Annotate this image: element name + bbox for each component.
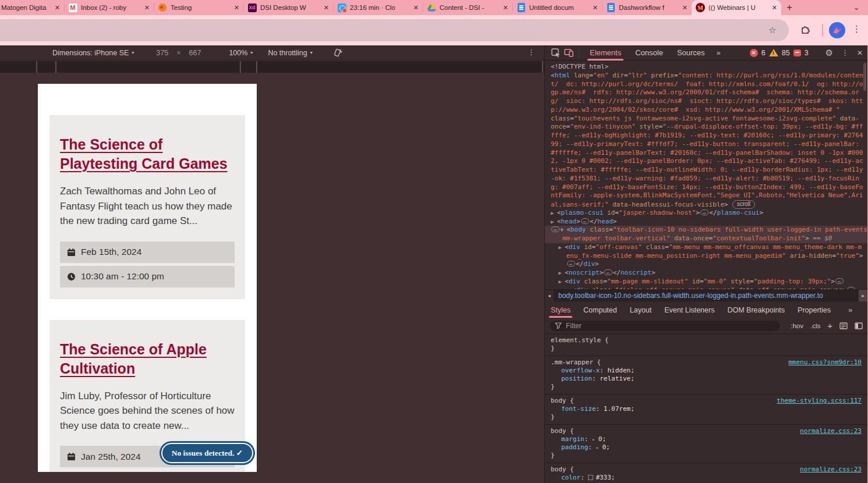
crumbs-scroll-left[interactable]: ◂ — [545, 290, 554, 301]
dom-node[interactable]: class="touchevents js fontawesome-i2svg-… — [551, 115, 867, 123]
filter-input[interactable]: Filter — [550, 321, 780, 331]
dom-node[interactable]: 2, -1px 0 #0002; --ed11y-panelBorder: 0p… — [551, 157, 867, 166]
devtools-tab-console[interactable]: Console — [635, 45, 663, 61]
browser-tab[interactable]: M(() Webinars | U✕ — [692, 0, 781, 15]
dom-node[interactable]: <!DOCTYPE html> — [551, 63, 867, 72]
dom-node[interactable]: ▶ <head>…</head> — [551, 218, 867, 226]
dom-node[interactable]: gp.me/ns# rdfs: http://www.w3.org/2000/0… — [551, 88, 867, 97]
expand-ellipsis-icon[interactable]: … — [604, 269, 612, 275]
rotate-viewport-icon[interactable] — [332, 48, 342, 58]
css-rule[interactable]: theme-styling.scss:117body {font-size: 1… — [545, 395, 867, 425]
errors-icon[interactable]: ✕ — [750, 49, 758, 57]
expand-ellipsis-icon[interactable]: … — [700, 209, 708, 215]
new-tab-button[interactable]: + — [781, 0, 798, 15]
extensions-icon[interactable] — [800, 24, 810, 34]
elements-tree[interactable]: <!DOCTYPE html><html lang="en" dir="ltr"… — [545, 61, 867, 289]
browser-tab[interactable]: 23:16 min · Clo✕ — [333, 0, 423, 15]
close-tab-icon[interactable]: ✕ — [413, 4, 419, 12]
css-rule[interactable]: element.style {} — [545, 334, 867, 356]
sidebar-tab-properties[interactable]: Properties — [798, 302, 831, 318]
css-property[interactable]: overflow-x: hidden; — [551, 367, 862, 375]
tab-search-button[interactable]: ⌄ — [848, 1, 865, 14]
css-property[interactable]: position: relative; — [551, 375, 862, 383]
dom-node[interactable]: p://www.w3.org/2004/02/skos/core# xsd: h… — [551, 106, 867, 115]
close-tab-icon[interactable]: ✕ — [324, 4, 329, 12]
dom-node[interactable]: ▶ <div id="off-canvas" class="mm-menu mm… — [551, 243, 867, 252]
css-rule[interactable]: normalize.css:23body {margin: ▸ 0;paddin… — [545, 425, 867, 463]
sidebar-tab-computed[interactable]: Computed — [583, 302, 617, 318]
css-rule[interactable]: normalize.css:23body {color: #333;font-f… — [545, 463, 867, 483]
dom-node[interactable]: ▶ <noscript>…</noscript> — [551, 269, 867, 278]
stylesheet-source-link[interactable]: theme-styling.scss:117 — [777, 397, 862, 405]
dom-node[interactable]: ntFamily: -apple-system,BlinkMacSystemFo… — [551, 191, 867, 200]
throttling-select[interactable]: No throttling ▾ — [268, 49, 312, 57]
toggle-element-classes[interactable]: .cls — [810, 322, 820, 329]
close-tab-icon[interactable]: ✕ — [772, 4, 777, 12]
sidebar-tab-styles[interactable]: Styles — [551, 302, 571, 318]
more-sidebar-tabs-chevron[interactable]: » — [848, 306, 852, 314]
css-rule[interactable]: mmenu.css?snm9dr:10.mm-wrapper {overflow… — [545, 356, 867, 395]
close-tab-icon[interactable]: ✕ — [144, 4, 150, 12]
sidebar-tab-layout[interactable]: Layout — [630, 302, 652, 318]
dom-node[interactable]: ▶ <plasmo-csui id="jasper-shadow-host">…… — [551, 209, 867, 218]
issues-icon[interactable] — [793, 49, 801, 56]
dom-node[interactable]: once="env-ind-tinycon" style="--drupal-d… — [551, 123, 867, 132]
browser-tab[interactable]: Untitled docum✕ — [512, 0, 602, 15]
dom-node[interactable]: al,sans-serif;" data-headlessui-focus-vi… — [551, 200, 867, 209]
address-bar[interactable] — [0, 19, 789, 41]
devtools-tab-elements[interactable]: Elements — [590, 45, 621, 61]
toggle-hover-state[interactable]: :hov — [791, 322, 803, 329]
scrollbar-thumb[interactable] — [863, 63, 866, 91]
dom-node[interactable]: g/ sioc: http://rdfs.org/sioc/ns# sioct:… — [551, 97, 867, 106]
browser-menu-kebab[interactable]: ⋮ — [852, 24, 861, 34]
dom-node[interactable]: g: #007aff; --ed11y-baseFontSize: 14px; … — [551, 183, 867, 192]
dom-node[interactable]: t/ dc: http://purl.org/dc/terms/ foaf: h… — [551, 80, 867, 89]
dom-node-selected[interactable]: mm-wrapper toolbar-vertical" data-once="… — [545, 235, 867, 243]
stylesheet-source-link[interactable]: normalize.css:23 — [800, 466, 862, 474]
browser-tab[interactable]: Content - DSI -✕ — [423, 0, 512, 15]
inspect-element-icon[interactable] — [550, 47, 562, 59]
settings-gear-icon[interactable]: ⚙ — [825, 48, 832, 58]
color-swatch[interactable] — [588, 475, 593, 480]
breadcrumb[interactable]: body.toolbar-icon-10.no-sidebars.full-wi… — [554, 290, 859, 301]
dom-node[interactable]: ▶ <div class="mm-page mm-slideout" id="m… — [551, 278, 867, 286]
css-property[interactable]: color: #333; — [551, 474, 862, 482]
dom-node[interactable]: -ok: #1f5381; --ed11y-warning: #fad859; … — [551, 175, 867, 183]
dom-node[interactable]: <html lang="en" dir="ltr" prefix="conten… — [551, 72, 867, 80]
css-property[interactable]: margin: ▸ 0; — [551, 435, 862, 443]
warnings-icon[interactable] — [769, 49, 778, 56]
sidebar-tab-event-listeners[interactable]: Event Listeners — [664, 302, 714, 318]
styles-pane[interactable]: element.style {}mmenu.css?snm9dr:10.mm-w… — [545, 334, 867, 483]
dimensions-select[interactable]: Dimensions: iPhone SE ▾ — [52, 49, 134, 57]
dom-node[interactable]: fffe; --ed11y-bgHighlight: #7b1919; --ed… — [551, 132, 867, 140]
css-property[interactable]: padding: ▸ 0; — [551, 443, 862, 452]
accessibility-checker-badge[interactable]: No issues detected. ✓ — [161, 443, 253, 463]
event-title-link[interactable]: The Science of Playtesting Card Games — [60, 135, 235, 173]
crumbs-scroll-right[interactable]: ▸ — [859, 290, 867, 301]
close-tab-icon[interactable]: ✕ — [55, 4, 60, 12]
zoom-select[interactable]: 100% ▾ — [229, 49, 253, 57]
device-toolbar-kebab[interactable]: ⋮ — [527, 48, 535, 56]
stylesheet-source-link[interactable]: mmenu.css?snm9dr:10 — [788, 358, 862, 367]
browser-tab[interactable]: MInbox (2) - roby✕ — [64, 0, 154, 15]
browser-tab[interactable]: Dashworkflow f✕ — [602, 0, 692, 15]
expand-ellipsis-icon[interactable]: … — [551, 226, 559, 232]
rendering-emulation-icon[interactable] — [839, 322, 848, 329]
css-property[interactable]: font-size: 1.07rem; — [551, 405, 862, 413]
toggle-sidebar-icon[interactable] — [855, 322, 863, 329]
toggle-device-toolbar-icon[interactable] — [562, 47, 575, 59]
devtools-tab-sources[interactable]: Sources — [677, 45, 705, 61]
expand-ellipsis-icon[interactable]: … — [835, 278, 844, 284]
devtools-menu-kebab[interactable]: ⋮ — [841, 48, 849, 57]
browser-tab[interactable]: Matogen Digita✕ — [0, 0, 64, 15]
dom-node[interactable]: enu_fx-menu-slide mm-menu_position-right… — [551, 252, 867, 261]
more-panels-chevron[interactable]: » — [717, 48, 721, 57]
dom-node[interactable]: …</div> — [551, 260, 867, 269]
expand-ellipsis-icon[interactable]: … — [567, 261, 575, 267]
sidebar-tab-dom-breakpoints[interactable]: DOM Breakpoints — [727, 302, 785, 318]
event-title-link[interactable]: The Science of Apple Cultivation — [60, 340, 235, 378]
dom-node[interactable]: tiveTabText: #fffffe; --ed11y-outlineWid… — [551, 166, 867, 175]
close-tab-icon[interactable]: ✕ — [503, 4, 508, 12]
close-devtools-icon[interactable]: ✕ — [857, 49, 863, 57]
dom-node[interactable]: 99; --ed11y-primaryText: #fffdf7; --ed11… — [551, 140, 867, 149]
